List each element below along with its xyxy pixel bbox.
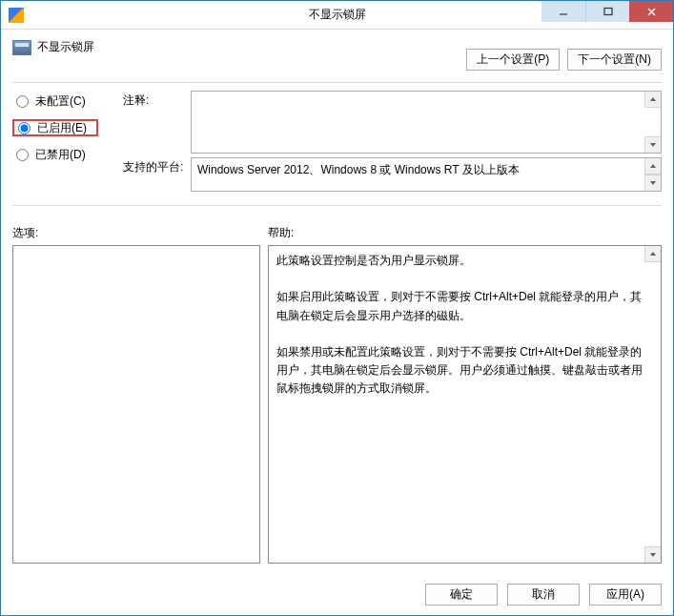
- ok-button[interactable]: 确定: [425, 584, 498, 606]
- options-panel: [12, 245, 260, 564]
- previous-setting-button[interactable]: 上一个设置(P): [466, 49, 560, 71]
- platform-box: Windows Server 2012、Windows 8 或 Windows …: [191, 157, 662, 192]
- svg-marker-8: [650, 252, 656, 256]
- next-setting-button[interactable]: 下一个设置(N): [567, 49, 662, 71]
- scroll-up-icon[interactable]: [644, 158, 661, 175]
- titlebar: 不显示锁屏: [1, 1, 673, 30]
- minimize-button[interactable]: [541, 1, 585, 22]
- radio-not-configured-label: 未配置(C): [35, 93, 86, 110]
- help-panel: 此策略设置控制是否为用户显示锁屏。 如果启用此策略设置，则对于不需要按 Ctrl…: [268, 245, 662, 564]
- nav-buttons: 上一个设置(P) 下一个设置(N): [466, 39, 662, 71]
- scroll-up-icon[interactable]: [644, 246, 661, 262]
- maximize-button[interactable]: [585, 1, 629, 22]
- comment-label: 注释:: [123, 91, 185, 109]
- radio-disabled[interactable]: 已禁用(D): [12, 146, 117, 163]
- settings-grid: 未配置(C) 已启用(E) 已禁用(D) 注释: 支持: [12, 91, 662, 195]
- svg-marker-6: [650, 164, 656, 168]
- scroll-down-icon[interactable]: [644, 175, 661, 191]
- svg-rect-1: [604, 9, 612, 15]
- state-radio-group: 未配置(C) 已启用(E) 已禁用(D): [12, 91, 117, 163]
- radio-enabled[interactable]: 已启用(E): [12, 119, 98, 136]
- divider: [12, 205, 662, 206]
- policy-title: 不显示锁屏: [37, 39, 94, 55]
- app-icon: [9, 8, 24, 23]
- lower-labels: 选项: 帮助:: [12, 225, 662, 241]
- close-button[interactable]: [629, 1, 673, 22]
- radio-enabled-label: 已启用(E): [37, 120, 87, 136]
- divider: [12, 82, 662, 83]
- svg-marker-5: [650, 143, 656, 147]
- policy-header: 不显示锁屏: [12, 39, 94, 55]
- options-label: 选项:: [12, 225, 268, 241]
- svg-marker-4: [650, 97, 656, 101]
- radio-not-configured-input[interactable]: [16, 95, 29, 108]
- comment-text: [192, 92, 661, 99]
- apply-button[interactable]: 应用(A): [589, 584, 662, 606]
- scroll-up-icon[interactable]: [644, 92, 661, 108]
- help-text: 此策略设置控制是否为用户显示锁屏。 如果启用此策略设置，则对于不需要按 Ctrl…: [269, 246, 661, 404]
- platform-text: Windows Server 2012、Windows 8 或 Windows …: [192, 158, 661, 182]
- radio-disabled-input[interactable]: [16, 149, 29, 161]
- policy-icon: [12, 40, 31, 55]
- comment-textarea[interactable]: [191, 91, 662, 154]
- radio-not-configured[interactable]: 未配置(C): [12, 92, 117, 110]
- radio-disabled-label: 已禁用(D): [35, 147, 86, 163]
- help-label: 帮助:: [268, 225, 294, 241]
- options-text: [13, 246, 259, 257]
- scroll-down-icon[interactable]: [644, 136, 661, 153]
- platform-label: 支持的平台:: [123, 157, 185, 175]
- footer: 确定 取消 应用(A): [1, 573, 673, 615]
- content-area: 不显示锁屏 上一个设置(P) 下一个设置(N) 未配置(C) 已启用(E): [1, 30, 673, 573]
- comment-field: [191, 91, 662, 154]
- svg-marker-9: [650, 553, 656, 557]
- dialog-window: 不显示锁屏 不显示锁屏 上一个设置(P) 下一个设置(N): [0, 0, 674, 616]
- panels-row: 此策略设置控制是否为用户显示锁屏。 如果启用此策略设置，则对于不需要按 Ctrl…: [12, 245, 662, 564]
- svg-marker-7: [650, 181, 656, 185]
- scroll-down-icon[interactable]: [644, 546, 661, 563]
- radio-enabled-input[interactable]: [18, 122, 31, 134]
- platform-field: Windows Server 2012、Windows 8 或 Windows …: [191, 157, 662, 192]
- window-controls: [541, 1, 673, 22]
- cancel-button[interactable]: 取消: [507, 584, 580, 606]
- header-row: 不显示锁屏 上一个设置(P) 下一个设置(N): [12, 39, 662, 71]
